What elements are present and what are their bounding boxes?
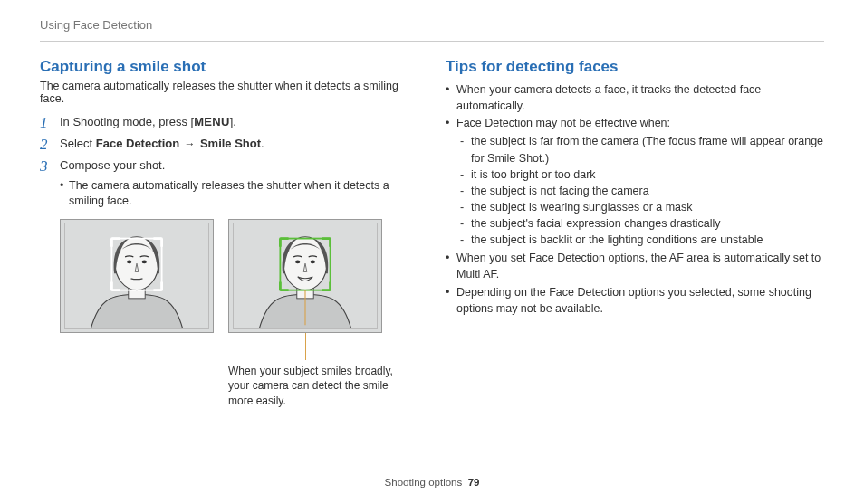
left-intro: The camera automatically releases the sh… (40, 80, 418, 105)
right-column: Tips for detecting faces When your camer… (446, 58, 824, 418)
step-2: Select Face Detection → Smile Shot. (40, 136, 418, 152)
step2-bold-a: Face Detection (96, 137, 179, 150)
face-neutral-icon (65, 223, 208, 328)
page-footer: Shooting options 79 (0, 477, 864, 488)
figure-caption: When your subject smiles broadly, your c… (228, 364, 409, 409)
tip-sub-6: the subject is backlit or the lighting c… (460, 232, 824, 248)
left-column: Capturing a smile shot The camera automa… (40, 58, 418, 418)
svg-point-3 (127, 260, 132, 263)
tips-list: When your camera detects a face, it trac… (446, 81, 824, 317)
figure-neutral (60, 219, 214, 333)
figures-row: When your subject smiles broadly, your c… (60, 219, 418, 409)
face-smile-icon (234, 223, 377, 328)
tip-sub-5: the subject's facial expression changes … (460, 215, 824, 232)
step1-prefix: In Shooting mode, press [ (60, 115, 194, 128)
breadcrumb: Using Face Detection (40, 18, 824, 32)
tip-2-text: Face Detection may not be effective when… (456, 117, 670, 129)
tip-4: Depending on the Face Detection options … (446, 284, 824, 317)
footer-section: Shooting options (385, 477, 463, 488)
svg-point-10 (311, 260, 316, 263)
steps-list: In Shooting mode, press [MENU]. Select F… (40, 114, 418, 210)
footer-page-number: 79 (468, 477, 480, 488)
svg-point-4 (142, 260, 148, 263)
svg-point-9 (295, 260, 301, 263)
arrow-icon: → (179, 138, 200, 150)
menu-button-label: MENU (194, 115, 229, 128)
step2-prefix: Select (60, 137, 96, 150)
step3-sub: The camera automatically releases the sh… (60, 178, 418, 210)
tip-sub-2: it is too bright or too dark (460, 166, 824, 183)
left-title: Capturing a smile shot (40, 58, 418, 76)
step1-suffix: ]. (230, 115, 236, 128)
tip-sub-3: the subject is not facing the camera (460, 183, 824, 199)
step2-suffix: . (261, 137, 264, 150)
tip-2: Face Detection may not be effective when… (446, 115, 824, 248)
figure-smile (228, 219, 382, 333)
step3-text: Compose your shot. (60, 158, 165, 172)
annotation-connector (305, 333, 306, 360)
tip-sub-4: the subject is wearing sunglasses or a m… (460, 199, 824, 215)
tips-sublist: the subject is far from the camera (The … (460, 133, 824, 248)
tip-sub-1: the subject is far from the camera (The … (460, 133, 824, 166)
right-title: Tips for detecting faces (446, 58, 824, 76)
step-3: Compose your shot. The camera automatica… (40, 157, 418, 209)
step-1: In Shooting mode, press [MENU]. (40, 114, 418, 130)
step2-bold-b: Smile Shot (200, 137, 261, 150)
header-divider (40, 41, 824, 42)
tip-1: When your camera detects a face, it trac… (446, 81, 824, 114)
tip-3: When you set Face Detection options, the… (446, 250, 824, 282)
